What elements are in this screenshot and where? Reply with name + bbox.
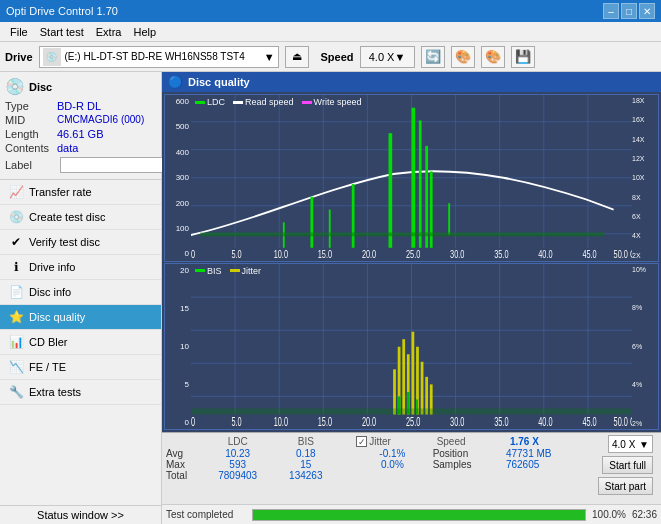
contents-value: data (57, 142, 78, 154)
transfer-rate-icon: 📈 (8, 184, 24, 200)
stats-row-total: Total 7809403 134263 (166, 470, 592, 481)
drive-text: (E:) HL-DT-ST BD-RE WH16NS58 TST4 (65, 51, 264, 62)
save-button[interactable]: 💾 (511, 46, 535, 68)
chart-bis: 20 15 10 5 0 10% 8% 6% 4% 2% (164, 263, 659, 431)
disc-panel-title: Disc (29, 81, 52, 93)
fe-te-icon: 📉 (8, 359, 24, 375)
legend-jitter: Jitter (230, 266, 262, 276)
sidebar-item-drive-info[interactable]: ℹ Drive info (0, 255, 161, 280)
close-button[interactable]: ✕ (639, 3, 655, 19)
mid-label: MID (5, 114, 57, 126)
disc-quality-header: 🔵 Disc quality (162, 72, 661, 92)
svg-rect-57 (421, 361, 424, 414)
avg-bis: 0.18 (274, 448, 337, 459)
sidebar-item-disc-quality[interactable]: ⭐ Disc quality (0, 305, 161, 330)
progress-fill (253, 510, 585, 520)
main-area: 💿 Disc Type BD-R DL MID CMCMAGDI6 (000) … (0, 72, 661, 524)
max-label: Max (166, 459, 201, 470)
sidebar-item-cd-bler[interactable]: 📊 CD Bler (0, 330, 161, 355)
svg-rect-51 (393, 369, 396, 414)
max-jitter: 0.0% (352, 459, 432, 470)
sidebar-item-verify-test-disc[interactable]: ✔ Verify test disc (0, 230, 161, 255)
sidebar-item-disc-info[interactable]: 📄 Disc info (0, 280, 161, 305)
menu-extra[interactable]: Extra (90, 25, 128, 39)
svg-text:0: 0 (191, 415, 195, 428)
svg-text:30.0: 30.0 (450, 249, 464, 260)
svg-text:30.0: 30.0 (450, 415, 465, 428)
extra-tests-label: Extra tests (29, 386, 81, 398)
drive-bar: Drive 💿 (E:) HL-DT-ST BD-RE WH16NS58 TST… (0, 42, 661, 72)
drive-icon: 💿 (43, 48, 61, 66)
drive-dropdown-arrow[interactable]: ▼ (264, 51, 275, 63)
start-full-button[interactable]: Start full (602, 456, 653, 474)
app-title: Opti Drive Control 1.70 (6, 5, 118, 17)
start-part-button[interactable]: Start part (598, 477, 653, 495)
svg-rect-63 (191, 408, 632, 414)
header-bis: BIS (274, 435, 337, 448)
create-test-disc-label: Create test disc (29, 211, 105, 223)
stats-row-max: Max 593 15 0.0% Samples 762605 (166, 459, 592, 470)
maximize-button[interactable]: □ (621, 3, 637, 19)
sidebar-item-extra-tests[interactable]: 🔧 Extra tests (0, 380, 161, 405)
avg-jitter: -0.1% (352, 448, 432, 459)
legend-bis: BIS (195, 266, 222, 276)
svg-text:45.0: 45.0 (582, 415, 597, 428)
bottom-bar: Test completed 100.0% 62:36 (162, 504, 661, 524)
label-label: Label (5, 159, 57, 171)
jitter-checkbox[interactable]: ✓ (356, 436, 367, 447)
svg-text:10.0: 10.0 (274, 415, 289, 428)
length-value: 46.61 GB (57, 128, 103, 140)
drive-selector[interactable]: 💿 (E:) HL-DT-ST BD-RE WH16NS58 TST4 ▼ (39, 46, 279, 68)
svg-rect-16 (352, 184, 355, 248)
svg-text:50.0 GB: 50.0 GB (614, 415, 632, 428)
disc-quality-icon: ⭐ (8, 309, 24, 325)
minimize-button[interactable]: – (603, 3, 619, 19)
menu-help[interactable]: Help (127, 25, 162, 39)
speed-reading: 1.76 X (506, 435, 592, 448)
speed-selector[interactable]: 4.0 X ▼ (360, 46, 415, 68)
svg-rect-17 (389, 133, 393, 248)
status-window-button[interactable]: Status window >> (0, 505, 161, 524)
cd-bler-label: CD Bler (29, 336, 68, 348)
settings-button1[interactable]: 🎨 (451, 46, 475, 68)
disc-quality-header-title: Disc quality (188, 76, 250, 88)
drive-info-icon: ℹ (8, 259, 24, 275)
settings-button2[interactable]: 🎨 (481, 46, 505, 68)
svg-rect-24 (448, 203, 450, 235)
stats-table: LDC BIS ✓ Jitter Speed 1.76 X (166, 435, 592, 481)
contents-label: Contents (5, 142, 57, 154)
avg-ldc: 10.23 (201, 448, 274, 459)
disc-quality-label: Disc quality (29, 311, 85, 323)
disc-info-icon: 📄 (8, 284, 24, 300)
header-ldc: LDC (201, 435, 274, 448)
svg-text:40.0: 40.0 (538, 415, 553, 428)
time-elapsed: 62:36 (632, 509, 657, 520)
right-panel: 🔵 Disc quality 600 500 400 300 200 100 0 (162, 72, 661, 524)
sidebar-item-transfer-rate[interactable]: 📈 Transfer rate (0, 180, 161, 205)
speed-dropdown-row: 4.0 X ▼ (608, 435, 653, 453)
legend-write-speed: Write speed (302, 97, 362, 107)
total-label: Total (166, 470, 201, 481)
progress-bar (252, 509, 586, 521)
length-label: Length (5, 128, 57, 140)
refresh-button[interactable]: 🔄 (421, 46, 445, 68)
samples-label: Samples (433, 459, 506, 470)
stats-panel: LDC BIS ✓ Jitter Speed 1.76 X (162, 432, 661, 504)
menu-start-test[interactable]: Start test (34, 25, 90, 39)
sidebar-item-create-test-disc[interactable]: 💿 Create test disc (0, 205, 161, 230)
drive-info-label: Drive info (29, 261, 75, 273)
progress-percent: 100.0% (592, 509, 626, 520)
status-window-label: Status window >> (37, 509, 124, 521)
transfer-rate-label: Transfer rate (29, 186, 92, 198)
menu-file[interactable]: File (4, 25, 34, 39)
nav-items: 📈 Transfer rate 💿 Create test disc ✔ Ver… (0, 180, 161, 505)
disc-panel-icon: 💿 (5, 77, 25, 96)
sidebar-item-fe-te[interactable]: 📉 FE / TE (0, 355, 161, 380)
total-jitter (352, 470, 432, 481)
speed-dropdown[interactable]: 4.0 X ▼ (608, 435, 653, 453)
title-bar: Opti Drive Control 1.70 – □ ✕ (0, 0, 661, 22)
create-test-disc-icon: 💿 (8, 209, 24, 225)
svg-text:50.0 GB: 50.0 GB (614, 249, 632, 260)
header-jitter: ✓ Jitter (352, 435, 432, 448)
eject-button[interactable]: ⏏ (285, 46, 309, 68)
